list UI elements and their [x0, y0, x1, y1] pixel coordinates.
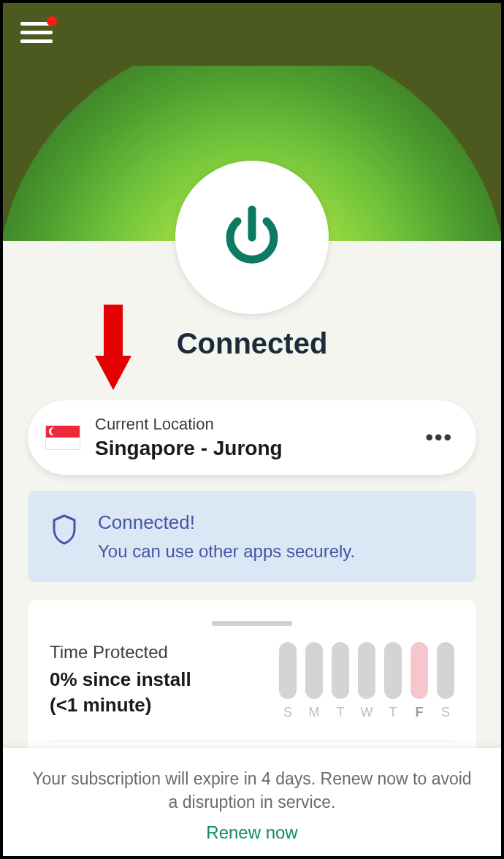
drag-handle[interactable]	[212, 621, 292, 626]
weekday-bars: SMTWTFS	[279, 642, 454, 720]
stats-value: 0% since install (<1 minute)	[50, 667, 279, 718]
subscription-message: Your subscription will expire in 4 days.…	[29, 767, 475, 814]
stats-label: Time Protected	[50, 642, 279, 663]
connection-status: Connected	[0, 327, 504, 360]
menu-button[interactable]	[20, 22, 53, 45]
flag-singapore-icon	[45, 425, 80, 450]
day-bar: M	[305, 642, 323, 720]
shield-icon	[51, 514, 77, 545]
more-options-icon[interactable]: •••	[425, 425, 453, 450]
renew-link[interactable]: Renew now	[29, 822, 475, 843]
day-bar: W	[358, 642, 375, 720]
day-bar: F	[411, 642, 428, 720]
location-label: Current Location	[95, 415, 425, 434]
info-title: Connected!	[98, 511, 355, 534]
location-selector[interactable]: Current Location Singapore - Jurong •••	[28, 400, 476, 475]
day-bar: S	[437, 642, 454, 720]
location-value: Singapore - Jurong	[95, 437, 425, 460]
power-toggle-button[interactable]	[175, 161, 329, 314]
subscription-banner: Your subscription will expire in 4 days.…	[0, 748, 504, 859]
day-bar: T	[384, 642, 402, 720]
annotation-arrow-icon	[88, 301, 139, 396]
power-icon	[215, 201, 289, 274]
info-subtitle: You can use other apps securely.	[98, 541, 355, 562]
day-bar: T	[332, 642, 349, 720]
day-bar: S	[279, 642, 297, 720]
app-header	[0, 0, 504, 66]
stats-card[interactable]: Time Protected 0% since install (<1 minu…	[28, 600, 476, 771]
status-info-card: Connected! You can use other apps secure…	[28, 491, 476, 582]
notification-dot-icon	[47, 16, 57, 26]
